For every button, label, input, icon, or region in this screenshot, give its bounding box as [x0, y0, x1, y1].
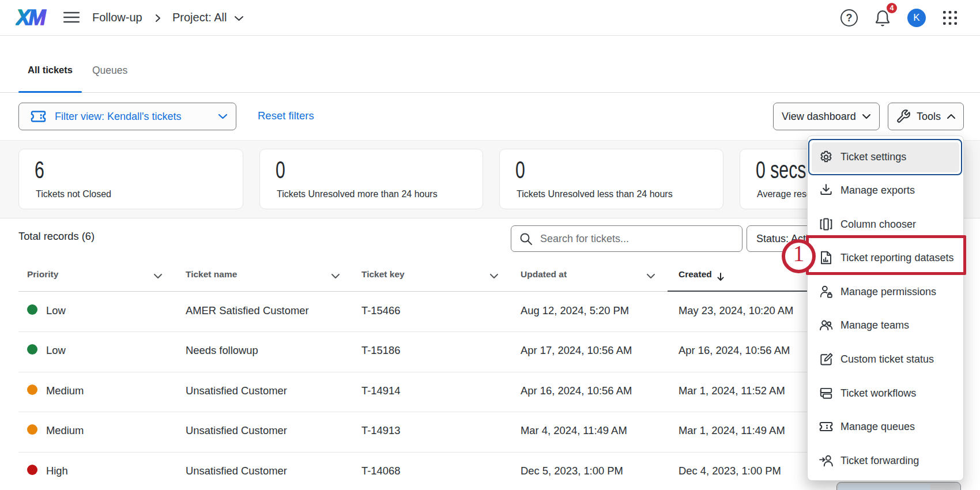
svg-text:XM: XM [16, 9, 47, 28]
